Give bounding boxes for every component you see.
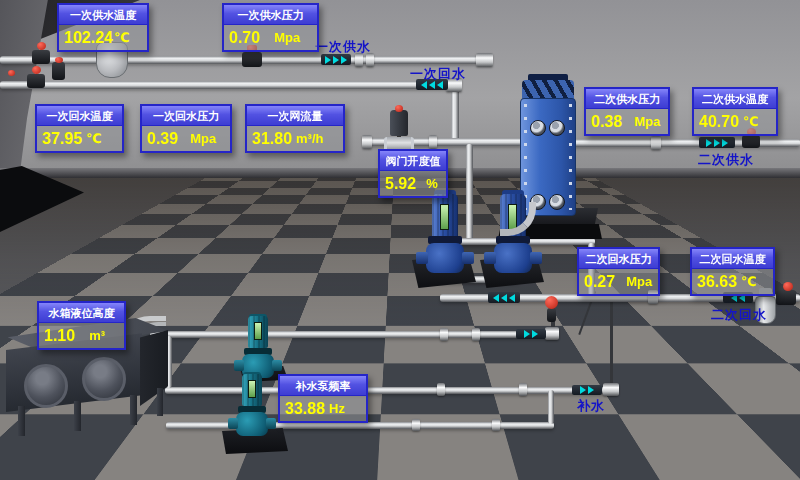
panel-value-row: 36.63 ℃ [692, 269, 773, 294]
pipe-label-primary-supply: 一次供水 [315, 38, 371, 56]
panel-value-row: 0.38 Mpa [586, 109, 668, 134]
pipe-coupling [412, 419, 420, 431]
panel-title: 阀门开度值 [380, 151, 446, 171]
pump-stub [228, 418, 238, 429]
panel-unit: ℃ [114, 30, 130, 45]
pump-volute [236, 412, 268, 436]
arrow-left-icon [493, 294, 499, 302]
panel-valve-opening: 阀门开度值 5.92 % [378, 149, 448, 198]
valve-body [27, 74, 45, 88]
pipe-coupling [437, 383, 445, 396]
tank-leg [157, 388, 163, 416]
hx-port [549, 120, 565, 136]
panel-title: 一次回水温度 [37, 106, 122, 126]
panel-value-row: 1.10 m³ [39, 323, 124, 348]
panel-value-row: 37.95 ℃ [37, 126, 122, 151]
pipe-coupling [651, 136, 661, 150]
tank-leg [74, 401, 81, 431]
panel-value: 40.70 [699, 113, 739, 131]
pipe-elbow-riser [548, 390, 554, 424]
panel-tank-level: 水箱液位高度 1.10 m³ [37, 301, 126, 350]
panel-value: 1.10 [44, 327, 75, 345]
panel-unit: ℃ [86, 131, 102, 146]
hx-port [549, 194, 565, 210]
panel-unit: m³ [89, 328, 105, 343]
panel-value-row: 40.70 ℃ [694, 109, 776, 134]
panel-title: 二次供水温度 [694, 89, 776, 109]
pipe-coupling [519, 383, 527, 396]
valve-handle [32, 66, 41, 74]
panel-secondary-supply-pressure: 二次供水压力 0.38 Mpa [584, 87, 670, 136]
pump-stub [234, 360, 244, 371]
pipe-makeup-riser [610, 302, 613, 386]
pump-stub [272, 360, 282, 371]
panel-unit: ℃ [743, 114, 759, 129]
panel-unit: Mpa [626, 274, 652, 289]
hx-body [520, 98, 576, 216]
pipe-coupling [440, 328, 448, 341]
pipe-makeup-line-1 [150, 331, 558, 338]
panel-secondary-return-pressure: 二次回水压力 0.27 Mpa [577, 247, 660, 296]
pump-stub [484, 252, 496, 264]
arrow-right-icon [524, 330, 530, 338]
panel-title: 一次网流量 [247, 106, 343, 126]
pump-stub [462, 252, 474, 264]
panel-value: 36.63 [697, 273, 737, 291]
panel-primary-supply-pressure: 一次供水压力 0.70 Mpa [222, 3, 319, 52]
hmi-screen: 一次供水 一次回水 二次供水 二次回水 补水 一次供水温度 102.24 ℃ 一… [0, 0, 800, 480]
pipe-secondary-supply [568, 139, 800, 147]
pipe-flange [545, 327, 559, 340]
panel-title: 二次回水压力 [579, 249, 658, 269]
panel-title: 二次供水压力 [586, 89, 668, 109]
panel-title: 补水泵频率 [280, 376, 366, 396]
arrow-left-icon [509, 294, 515, 302]
pump-stub [530, 252, 542, 264]
check-valve-cap [545, 296, 558, 309]
pipe-riser [451, 86, 459, 142]
panel-title: 水箱液位高度 [39, 303, 124, 323]
arrow-right-icon [341, 56, 347, 64]
pipe-primary-return [0, 81, 450, 89]
panel-value-row: 0.70 Mpa [224, 25, 317, 50]
panel-unit: Hz [329, 401, 345, 416]
tank-leg [18, 406, 25, 436]
panel-value: 0.39 [147, 130, 178, 148]
sensor-body [52, 62, 65, 80]
panel-unit: m³/h [296, 131, 323, 146]
pipe-label-secondary-return: 二次回水 [711, 306, 767, 324]
pump-volute [426, 243, 464, 273]
tank-manway [82, 357, 126, 401]
arrow-right-icon [706, 139, 712, 147]
panel-unit: ℃ [741, 274, 757, 289]
hx-bolt-row [569, 104, 572, 210]
panel-title: 一次供水压力 [224, 5, 317, 25]
pump-stub [266, 418, 276, 429]
panel-makeup-pump-freq: 补水泵频率 33.88 Hz [278, 374, 368, 423]
panel-value: 0.27 [584, 273, 615, 291]
flow-arrows-icon [516, 329, 546, 339]
arrow-right-icon [333, 56, 339, 64]
panel-primary-supply-temp: 一次供水温度 102.24 ℃ [57, 3, 149, 52]
valve-body [742, 135, 760, 148]
panel-primary-return-pressure: 一次回水压力 0.39 Mpa [140, 104, 232, 153]
panel-value-row: 33.88 Hz [280, 396, 366, 421]
panel-title: 一次回水压力 [142, 106, 230, 126]
panel-title: 二次回水温度 [692, 249, 773, 269]
panel-secondary-return-temp: 二次回水温度 36.63 ℃ [690, 247, 775, 296]
panel-value-row: 5.92 % [380, 171, 446, 196]
panel-unit: Mpa [634, 114, 660, 129]
panel-title: 一次供水温度 [59, 5, 147, 25]
panel-primary-flow: 一次网流量 31.80 m³/h [245, 104, 345, 153]
pipe-coupling [492, 419, 500, 431]
arrow-left-icon [501, 294, 507, 302]
flow-arrows-icon [488, 292, 520, 303]
panel-value: 102.24 [64, 29, 113, 47]
panel-unit: Mpa [274, 30, 300, 45]
arrow-right-icon [588, 386, 594, 394]
actuator-body [390, 110, 408, 136]
arrow-right-icon [532, 330, 538, 338]
pump-display-window [254, 322, 262, 340]
arrow-right-icon [580, 386, 586, 394]
actuator-cap [395, 105, 403, 112]
pipe-label-primary-return: 一次回水 [410, 65, 466, 83]
